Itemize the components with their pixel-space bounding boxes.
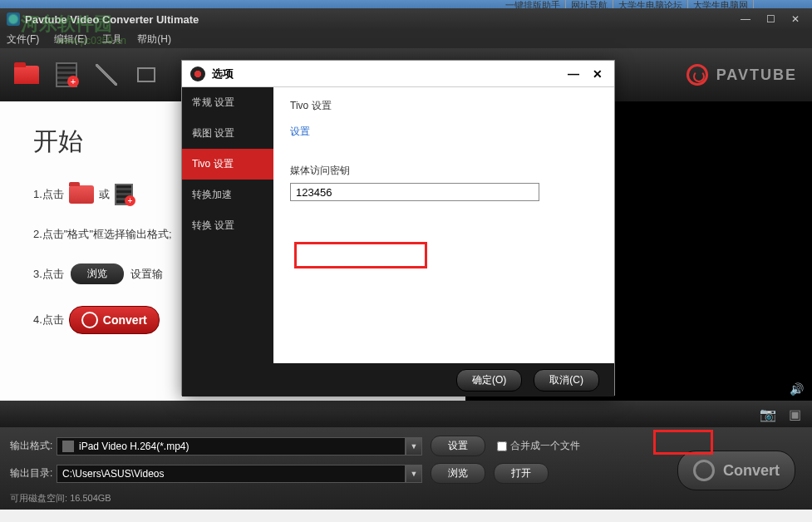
format-dropdown-button[interactable]: ▼	[406, 437, 422, 456]
sidebar-item-accel[interactable]: 转换加速	[182, 180, 273, 210]
merge-checkbox[interactable]: 合并成一个文件	[497, 439, 580, 453]
folder-icon	[14, 66, 39, 84]
playback-bar: 📷 ▣	[0, 401, 812, 427]
main-convert-button[interactable]: Convert	[677, 451, 795, 490]
browse-button[interactable]: 浏览	[71, 263, 124, 284]
app-title: Pavtube Video Converter Ultimate	[25, 13, 199, 26]
menu-edit[interactable]: 编辑(E)	[54, 32, 87, 47]
maximize-button[interactable]: ☐	[760, 12, 780, 26]
convert-icon	[81, 312, 98, 328]
menubar: 文件(F) 编辑(E) 工具 帮助(H)	[0, 30, 812, 48]
media-key-input[interactable]	[290, 183, 539, 201]
sidebar-item-general[interactable]: 常规 设置	[182, 87, 273, 118]
crop-icon	[137, 67, 155, 82]
settings-button[interactable]: 设置	[431, 436, 485, 456]
format-label: 输出格式:	[10, 439, 57, 453]
dialog-title: 选项	[212, 66, 234, 81]
format-select[interactable]: iPad Video H.264(*.mp4)	[57, 437, 406, 456]
output-path[interactable]: C:\Users\ASUS\Videos	[57, 465, 406, 483]
content-heading: Tivo 设置	[290, 99, 598, 113]
open-folder-button[interactable]	[10, 58, 43, 91]
format-icon	[62, 441, 74, 452]
dialog-minimize-button[interactable]: —	[564, 67, 583, 81]
sidebar-item-tivo[interactable]: Tivo 设置	[182, 149, 273, 180]
pen-icon	[96, 64, 117, 86]
options-dialog: 选项 — ✕ 常规 设置 截图 设置 Tivo 设置 转换加速 转换 设置 Ti…	[181, 60, 615, 396]
bottom-panel: 输出格式: iPad Video H.264(*.mp4) ▼ 设置 合并成一个…	[0, 427, 812, 510]
browse-output-button[interactable]: 浏览	[431, 463, 485, 484]
dialog-close-button[interactable]: ✕	[589, 67, 606, 81]
output-dropdown-button[interactable]: ▼	[406, 465, 422, 483]
dialog-content: Tivo 设置 设置 媒体访问密钥	[273, 87, 614, 363]
menu-tools[interactable]: 工具	[102, 32, 122, 47]
merge-checkbox-input[interactable]	[497, 441, 507, 451]
ok-button[interactable]: 确定(O)	[456, 369, 522, 392]
folder-icon[interactable]	[69, 185, 94, 204]
pavtube-logo-icon	[687, 64, 708, 86]
dialog-sidebar: 常规 设置 截图 设置 Tivo 设置 转换加速 转换 设置	[182, 87, 273, 363]
dialog-footer: 确定(O) 取消(C)	[182, 363, 614, 396]
media-key-label: 媒体访问密钥	[290, 164, 598, 178]
sidebar-item-convert[interactable]: 转换 设置	[182, 210, 273, 241]
minimize-button[interactable]: —	[736, 12, 755, 26]
add-video-button[interactable]	[50, 58, 83, 91]
folder-open-button[interactable]: ▣	[785, 405, 804, 423]
convert-button[interactable]: Convert	[69, 306, 160, 334]
volume-icon[interactable]: 🔊	[790, 382, 804, 396]
brand-logo-area: PAVTUBE	[687, 64, 797, 86]
film-add-icon[interactable]	[115, 184, 133, 205]
cancel-button[interactable]: 取消(C)	[534, 369, 599, 392]
dialog-titlebar: 选项 — ✕	[182, 61, 614, 87]
disk-space: 可用磁盘空间: 16.504GB	[10, 490, 802, 506]
menu-help[interactable]: 帮助(H)	[137, 32, 171, 47]
dialog-icon	[190, 66, 205, 81]
app-icon	[7, 12, 20, 26]
app-titlebar: Pavtube Video Converter Ultimate — ☐ ✕	[0, 8, 812, 30]
sidebar-item-screenshot[interactable]: 截图 设置	[182, 118, 273, 149]
snapshot-button[interactable]: 📷	[759, 405, 777, 423]
edit-button[interactable]	[90, 58, 123, 91]
film-add-icon	[56, 62, 77, 87]
open-output-button[interactable]: 打开	[494, 463, 549, 484]
output-label: 输出目录:	[10, 466, 57, 480]
crop-button[interactable]	[130, 58, 163, 91]
close-button[interactable]: ✕	[785, 12, 805, 26]
content-subtitle: 设置	[290, 125, 598, 139]
menu-file[interactable]: 文件(F)	[7, 32, 39, 47]
convert-icon	[693, 460, 715, 481]
